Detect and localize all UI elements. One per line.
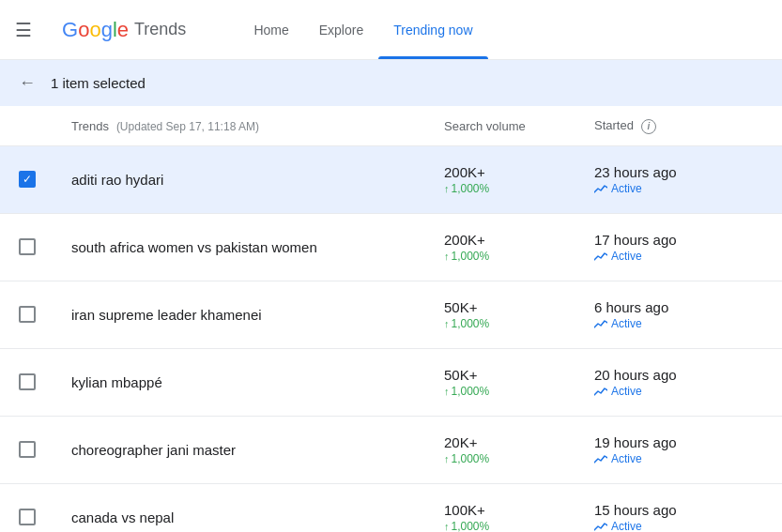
row-volume: 20K+ ↑ 1,000% (444, 434, 594, 465)
trends-table: Trends (Updated Sep 17, 11:18 AM) Search… (0, 106, 782, 532)
row-checkbox[interactable] (19, 171, 36, 188)
up-arrow-icon: ↑ (444, 183, 450, 194)
volume-change-text: 1,000% (452, 182, 490, 195)
trends-updated-label: (Updated Sep 17, 11:18 AM) (116, 120, 259, 133)
selection-banner: ← 1 item selected (0, 60, 782, 106)
table-row[interactable]: iran supreme leader khamenei 50K+ ↑ 1,00… (0, 281, 782, 349)
back-arrow-icon[interactable]: ← (19, 73, 36, 93)
main-nav: Home Explore Trending now (238, 0, 487, 59)
up-arrow-icon: ↑ (444, 318, 450, 329)
started-info-icon[interactable]: i (641, 119, 656, 134)
trending-icon (594, 522, 607, 531)
row-started-time: 6 hours ago (594, 299, 763, 315)
selection-count-text: 1 item selected (51, 75, 146, 91)
row-status: Active (594, 385, 763, 398)
row-trend-name: aditi rao hydari (71, 172, 444, 188)
status-text: Active (611, 520, 642, 533)
trending-icon (594, 251, 607, 261)
up-arrow-icon: ↑ (444, 251, 450, 262)
row-checkbox[interactable] (19, 306, 36, 323)
row-started-time: 19 hours ago (594, 434, 763, 450)
row-checkbox-wrap[interactable] (19, 509, 71, 525)
table-header: Trends (Updated Sep 17, 11:18 AM) Search… (0, 106, 782, 146)
row-checkbox[interactable] (19, 509, 36, 525)
row-started: 20 hours ago Active (594, 367, 763, 398)
row-status: Active (594, 250, 763, 263)
row-started-time: 17 hours ago (594, 232, 763, 248)
trending-icon (594, 387, 607, 396)
row-volume-change: ↑ 1,000% (444, 520, 594, 533)
row-volume-main: 200K+ (444, 232, 594, 248)
row-volume: 50K+ ↑ 1,000% (444, 299, 594, 330)
row-volume: 100K+ ↑ 1,000% (444, 502, 594, 533)
header-volume-col: Search volume (444, 118, 594, 133)
row-trend-name: iran supreme leader khamenei (71, 307, 444, 323)
row-status: Active (594, 182, 763, 195)
started-col-label: Started (594, 118, 634, 132)
status-text: Active (611, 452, 642, 465)
row-checkbox[interactable] (19, 238, 36, 255)
row-volume-main: 50K+ (444, 299, 594, 315)
row-status: Active (594, 520, 763, 533)
row-checkbox-wrap[interactable] (19, 373, 71, 390)
row-volume: 200K+ ↑ 1,000% (444, 164, 594, 195)
row-trend-name: choreographer jani master (71, 442, 444, 458)
volume-col-label: Search volume (444, 119, 526, 133)
row-status: Active (594, 452, 763, 465)
row-started: 19 hours ago Active (594, 434, 763, 465)
status-text: Active (611, 182, 642, 195)
row-volume-main: 200K+ (444, 164, 594, 180)
table-row[interactable]: kylian mbappé 50K+ ↑ 1,000% 20 hours ago… (0, 349, 782, 417)
volume-change-text: 1,000% (452, 452, 490, 465)
table-row[interactable]: aditi rao hydari 200K+ ↑ 1,000% 23 hours… (0, 146, 782, 214)
status-text: Active (611, 317, 642, 330)
table-row[interactable]: south africa women vs pakistan women 200… (0, 214, 782, 281)
nav-home[interactable]: Home (238, 0, 303, 59)
header-started-col: Started i (594, 117, 763, 134)
row-started: 23 hours ago Active (594, 164, 763, 195)
up-arrow-icon: ↑ (444, 521, 450, 532)
header: ☰ Google Trends Home Explore Trending no… (0, 0, 782, 60)
status-text: Active (611, 385, 642, 398)
trending-icon (594, 184, 607, 193)
row-checkbox-wrap[interactable] (19, 306, 71, 323)
up-arrow-icon: ↑ (444, 453, 450, 464)
row-started: 17 hours ago Active (594, 232, 763, 263)
row-started-time: 15 hours ago (594, 502, 763, 518)
logo: Google Trends (62, 18, 186, 42)
row-checkbox-wrap[interactable] (19, 238, 71, 255)
row-trend-name: canada vs nepal (71, 509, 444, 525)
row-checkbox-wrap[interactable] (19, 441, 71, 458)
row-checkbox[interactable] (19, 373, 36, 390)
nav-trending-now[interactable]: Trending now (378, 0, 487, 59)
row-started-time: 23 hours ago (594, 164, 763, 180)
trending-icon (594, 319, 607, 328)
volume-change-text: 1,000% (452, 250, 490, 263)
table-body: aditi rao hydari 200K+ ↑ 1,000% 23 hours… (0, 146, 782, 533)
row-volume-change: ↑ 1,000% (444, 182, 594, 195)
header-trends-col: Trends (Updated Sep 17, 11:18 AM) (71, 118, 444, 133)
row-volume-change: ↑ 1,000% (444, 250, 594, 263)
row-started-time: 20 hours ago (594, 367, 763, 383)
trends-wordmark: Trends (134, 20, 186, 39)
row-started: 15 hours ago Active (594, 502, 763, 533)
nav-explore[interactable]: Explore (304, 0, 378, 59)
table-row[interactable]: canada vs nepal 100K+ ↑ 1,000% 15 hours … (0, 484, 782, 533)
row-volume: 200K+ ↑ 1,000% (444, 232, 594, 263)
row-volume-change: ↑ 1,000% (444, 317, 594, 330)
volume-change-text: 1,000% (452, 520, 490, 533)
up-arrow-icon: ↑ (444, 386, 450, 397)
row-volume: 50K+ ↑ 1,000% (444, 367, 594, 398)
volume-change-text: 1,000% (452, 385, 490, 398)
row-volume-change: ↑ 1,000% (444, 385, 594, 398)
trending-icon (594, 454, 607, 464)
row-started: 6 hours ago Active (594, 299, 763, 330)
status-text: Active (611, 250, 642, 263)
row-checkbox-wrap[interactable] (19, 171, 71, 188)
row-checkbox[interactable] (19, 441, 36, 458)
google-wordmark: Google (62, 18, 129, 42)
row-volume-main: 100K+ (444, 502, 594, 518)
table-row[interactable]: choreographer jani master 20K+ ↑ 1,000% … (0, 417, 782, 484)
row-trend-name: south africa women vs pakistan women (71, 239, 444, 255)
menu-icon[interactable]: ☰ (15, 19, 32, 41)
